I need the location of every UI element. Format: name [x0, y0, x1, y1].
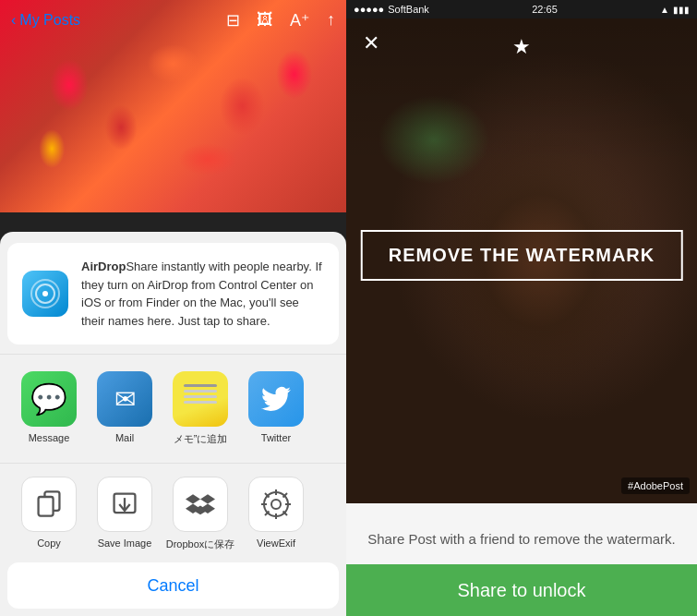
action-row: Copy Save Image [0, 473, 346, 555]
status-left: ●●●●● SoftBank [354, 4, 429, 15]
carrier-name: SoftBank [388, 4, 429, 15]
top-navigation: ‹ My Posts ⊟ 🖼 A⁺ ↑ [0, 0, 346, 41]
save-image-label: Save Image [98, 537, 152, 549]
close-button[interactable]: ✕ [357, 30, 385, 57]
star-icon: ★ [512, 35, 531, 59]
status-time: 22:65 [532, 4, 558, 15]
share-info-text: Share Post with a friend to remove the w… [361, 529, 682, 550]
watermark-box: REMOVE THE WATERMARK [361, 230, 683, 281]
airdrop-icon [22, 271, 68, 317]
status-right: ▲ ▮▮▮ [660, 5, 690, 15]
battery-icon: ▮▮▮ [673, 5, 690, 15]
viewexif-icon [248, 477, 304, 532]
app-item-mail[interactable]: ✉ Mail [87, 371, 162, 446]
adobe-tag: #AdobePost [621, 477, 690, 494]
twitter-icon [248, 371, 304, 427]
save-image-icon [97, 477, 152, 532]
watermark-screen: ✕ ★ REMOVE THE WATERMARK #AdobePost Shar… [346, 18, 697, 616]
adobe-tag-text: #AdobePost [628, 480, 683, 491]
dropbox-label: Dropboxに保存 [166, 537, 235, 551]
nav-icon-group: ⊟ 🖼 A⁺ ↑ [226, 10, 335, 30]
action-item-viewexif[interactable]: ViewExif [238, 477, 314, 551]
wifi-icon: ▲ [660, 5, 669, 15]
divider-2 [0, 463, 346, 464]
airdrop-rings [31, 280, 59, 308]
twitter-label: Twitter [261, 432, 291, 443]
app-item-messages[interactable]: 💬 Message [11, 371, 87, 446]
font-icon[interactable]: A⁺ [290, 10, 310, 30]
chevron-left-icon: ‹ [11, 12, 16, 29]
memo-line-1 [184, 384, 217, 387]
action-item-dropbox[interactable]: Dropboxに保存 [162, 477, 238, 551]
watermark-text: REMOVE THE WATERMARK [389, 245, 655, 265]
memo-line-3 [184, 395, 217, 398]
action-item-copy[interactable]: Copy [11, 477, 87, 551]
messages-label: Message [29, 432, 70, 443]
viewexif-label: ViewExif [257, 537, 295, 549]
app-item-twitter[interactable]: Twitter [238, 371, 314, 446]
memo-icon [173, 371, 228, 427]
app-row: 💬 Message ✉ Mail メ [0, 364, 346, 453]
memo-label: メモ”に追加 [174, 432, 228, 446]
memo-line-2 [184, 390, 217, 393]
messages-icon: 💬 [21, 371, 77, 427]
watermark-image-area: ✕ ★ REMOVE THE WATERMARK #AdobePost [346, 18, 697, 503]
share-unlock-label: Share to unlock [458, 580, 586, 601]
svg-rect-1 [39, 497, 54, 516]
signal-icon: ●●●●● [354, 4, 384, 15]
dropbox-icon [173, 477, 228, 532]
share-sheet: AirDropShare instantly with people nearb… [0, 232, 346, 616]
back-label: My Posts [19, 12, 80, 29]
copy-icon [21, 477, 77, 532]
right-panel: ●●●●● SoftBank 22:65 ▲ ▮▮▮ ✕ ★ REMOVE TH… [346, 0, 697, 616]
image-icon[interactable]: 🖼 [257, 10, 273, 30]
action-item-save-image[interactable]: Save Image [87, 477, 162, 551]
crop-icon[interactable]: ⊟ [226, 10, 240, 30]
mail-icon: ✉ [97, 371, 152, 427]
share-unlock-button[interactable]: Share to unlock [346, 564, 697, 616]
airdrop-row[interactable]: AirDropShare instantly with people nearb… [7, 243, 339, 344]
status-bar: ●●●●● SoftBank 22:65 ▲ ▮▮▮ [346, 0, 697, 18]
close-icon: ✕ [363, 31, 379, 55]
star-symbol: ★ [512, 35, 531, 58]
airdrop-description: AirDropShare instantly with people nearb… [81, 258, 324, 330]
mail-label: Mail [115, 432, 134, 443]
back-button[interactable]: ‹ My Posts [11, 12, 80, 29]
divider-1 [0, 354, 346, 355]
left-panel: ‹ My Posts ⊟ 🖼 A⁺ ↑ AirDropShare instant… [0, 0, 346, 616]
svg-point-5 [271, 500, 281, 509]
airdrop-title: AirDrop [81, 260, 126, 273]
share-icon[interactable]: ↑ [327, 10, 335, 30]
cancel-button[interactable]: Cancel [7, 562, 339, 609]
share-info-section: Share Post with a friend to remove the w… [346, 503, 697, 565]
memo-line-4 [184, 401, 217, 404]
memo-lines [178, 377, 222, 407]
copy-label: Copy [37, 537, 61, 549]
cancel-label: Cancel [147, 576, 198, 596]
app-item-memo[interactable]: メモ”に追加 [162, 371, 238, 446]
airdrop-dot [42, 291, 48, 296]
